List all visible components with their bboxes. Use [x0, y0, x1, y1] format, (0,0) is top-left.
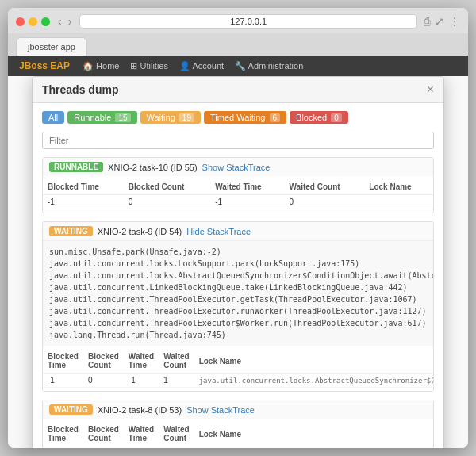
- back-button[interactable]: ‹: [56, 15, 63, 28]
- thread-section-task9: WAITING XNIO-2 task-9 (ID 54) Hide Stack…: [42, 221, 434, 392]
- threads-dump-modal: Threads dump × All Runnable 15 Waiting 1…: [32, 76, 444, 448]
- open-icon[interactable]: ⤢: [435, 15, 444, 28]
- app-brand: JBoss EAP: [19, 60, 70, 71]
- thread-section-task10: RUNNABLE XNIO-2 task-10 (ID 55) Show Sta…: [42, 157, 434, 213]
- bc-val-3: 0: [83, 446, 124, 449]
- blocked-time-val: -1: [43, 195, 124, 209]
- thread-header-task9: WAITING XNIO-2 task-9 (ID 54) Hide Stack…: [43, 222, 433, 240]
- tab-runnable[interactable]: Runnable 15: [67, 111, 136, 124]
- col-blocked-time: Blocked Time: [43, 179, 124, 195]
- thread-table-task8: BlockedTime BlockedCount WaitedTime Wait…: [43, 422, 434, 448]
- col-ln-3: Lock Name: [194, 422, 434, 446]
- runnable-badge: 15: [115, 113, 130, 122]
- lock-name-val: [364, 195, 433, 209]
- thread-name-task8: XNIO-2 task-8 (ID 53): [98, 405, 182, 415]
- blocked-count-val: 0: [124, 195, 210, 209]
- col-waited-time: Waited Time: [210, 179, 284, 195]
- nav-account[interactable]: 👤 Account: [179, 61, 224, 71]
- col-blocked-count-2: BlockedCount: [83, 349, 124, 374]
- col-waited-time-2: WaitedTime: [124, 349, 159, 374]
- waited-count-val-2: 1: [159, 374, 194, 388]
- tab-all[interactable]: All: [42, 111, 64, 124]
- col-lock-name: Lock Name: [364, 179, 433, 195]
- thread-header-task8: WAITING XNIO-2 task-8 (ID 53) Show Stack…: [43, 400, 433, 419]
- traffic-lights: [16, 17, 50, 26]
- tab-blocked[interactable]: Blocked 0: [290, 111, 348, 124]
- stack-trace-task9: sun.misc.Unsafe.park(Unsafe.java:-2) jav…: [43, 240, 433, 346]
- col-wc-3: WaitedCount: [159, 422, 194, 446]
- bt-val-3: -1: [43, 446, 83, 449]
- modal-body[interactable]: All Runnable 15 Waiting 19 Timed Waiting…: [33, 103, 443, 448]
- traffic-light-green[interactable]: [41, 17, 50, 26]
- waiting-badge: 19: [179, 113, 194, 122]
- col-waited-count: Waited Count: [285, 179, 365, 195]
- modal-title: Threads dump: [42, 83, 118, 96]
- waited-time-val: -1: [210, 195, 284, 209]
- filter-input[interactable]: [42, 132, 434, 149]
- state-badge-runnable: RUNNABLE: [49, 162, 103, 172]
- thread-table-wrap-task9: BlockedTime BlockedCount WaitedTime Wait…: [43, 346, 433, 391]
- wt-val-3: -1: [124, 446, 159, 449]
- state-badge-waiting-task8: WAITING: [49, 404, 93, 415]
- tab-timed-waiting[interactable]: Timed Waiting 6: [204, 111, 286, 124]
- col-lock-name-2: Lock Name: [194, 349, 434, 374]
- browser-actions: ⎙ ⤢ ⋮: [424, 15, 460, 28]
- waited-count-val: 0: [285, 195, 365, 209]
- modal-overlay: Threads dump × All Runnable 15 Waiting 1…: [8, 76, 468, 448]
- col-bt-3: BlockedTime: [43, 422, 83, 446]
- nav-utilities[interactable]: ⊞ Utilities: [130, 61, 168, 71]
- hide-stacktrace-task9[interactable]: Hide StackTrace: [186, 227, 251, 236]
- stack-line: java.util.concurrent.ThreadPoolExecutor$…: [49, 317, 427, 329]
- lock-name-val-2: java.util.concurrent.locks.AbstractQueue…: [194, 374, 434, 388]
- thread-section-task8: WAITING XNIO-2 task-8 (ID 53) Show Stack…: [42, 400, 434, 448]
- nav-home[interactable]: 🏠 Home: [83, 61, 119, 71]
- stack-line: java.util.concurrent.locks.AbstractQueue…: [49, 270, 427, 282]
- browser-tab[interactable]: jbosster app: [16, 37, 87, 56]
- blocked-badge: 0: [331, 113, 342, 122]
- col-blocked-count: Blocked Count: [124, 179, 210, 195]
- col-wt-3: WaitedTime: [124, 422, 159, 446]
- thread-table-wrap-task10: Blocked Time Blocked Count Waited Time W…: [43, 176, 433, 213]
- stack-line: java.lang.Thread.run(Thread.java:745): [49, 329, 427, 341]
- stack-line: sun.misc.Unsafe.park(Unsafe.java:-2): [49, 246, 427, 258]
- modal-header: Threads dump ×: [33, 77, 443, 103]
- modal-close-button[interactable]: ×: [427, 83, 434, 96]
- thread-table-task10: Blocked Time Blocked Count Waited Time W…: [43, 179, 433, 209]
- url-bar[interactable]: 127.0.0.1: [79, 14, 417, 29]
- thread-name-task10: XNIO-2 task-10 (ID 55): [108, 163, 197, 172]
- col-bc-3: BlockedCount: [83, 422, 124, 446]
- browser-window: ‹ › 127.0.0.1 ⎙ ⤢ ⋮ jbosster app JBoss E…: [8, 8, 468, 448]
- stack-line: java.util.concurrent.LinkedBlockingQueue…: [49, 282, 427, 293]
- show-stacktrace-task10[interactable]: Show StackTrace: [202, 163, 271, 172]
- menu-icon[interactable]: ⋮: [449, 15, 460, 28]
- browser-titlebar: ‹ › 127.0.0.1 ⎙ ⤢ ⋮: [8, 8, 468, 33]
- state-badge-waiting-task9: WAITING: [49, 226, 93, 236]
- traffic-light-yellow[interactable]: [29, 17, 37, 26]
- tab-waiting[interactable]: Waiting 19: [140, 111, 201, 124]
- thread-table-wrap-task8: BlockedTime BlockedCount WaitedTime Wait…: [43, 419, 433, 448]
- wc-val-3: 1: [159, 446, 194, 449]
- filter-tabs: All Runnable 15 Waiting 19 Timed Waiting…: [42, 111, 434, 124]
- browser-nav: ‹ ›: [56, 15, 73, 28]
- app-nav: 🏠 Home ⊞ Utilities 👤 Account 🔧 Administr…: [83, 61, 303, 71]
- browser-tabs: jbosster app: [8, 33, 468, 56]
- forward-button[interactable]: ›: [67, 15, 74, 28]
- nav-administration[interactable]: 🔧 Administration: [235, 61, 303, 71]
- show-stacktrace-task8[interactable]: Show StackTrace: [186, 405, 255, 415]
- blocked-count-val-2: 0: [83, 374, 124, 388]
- thread-name-task9: XNIO-2 task-9 (ID 54): [98, 227, 182, 236]
- thread-table-task9: BlockedTime BlockedCount WaitedTime Wait…: [43, 349, 434, 388]
- blocked-time-val-2: -1: [43, 374, 83, 388]
- waited-time-val-2: -1: [124, 374, 159, 388]
- table-row: -1 0 -1 1 java.util.concurrent.locks.Abs…: [43, 374, 434, 388]
- share-icon[interactable]: ⎙: [424, 15, 430, 28]
- stack-line: java.util.concurrent.locks.LockSupport.p…: [49, 258, 427, 270]
- ln-val-3: java.util.concurrent.locks.AbstractQueue…: [194, 446, 434, 449]
- traffic-light-red[interactable]: [16, 17, 25, 26]
- stack-line: java.util.concurrent.ThreadPoolExecutor.…: [49, 293, 427, 305]
- app-header: JBoss EAP 🏠 Home ⊞ Utilities 👤 Account 🔧…: [8, 56, 468, 76]
- table-row: -1 0 -1 0: [43, 195, 433, 209]
- thread-header-task10: RUNNABLE XNIO-2 task-10 (ID 55) Show Sta…: [43, 158, 433, 176]
- col-blocked-time-2: BlockedTime: [43, 349, 83, 374]
- col-waited-count-2: WaitedCount: [159, 349, 194, 374]
